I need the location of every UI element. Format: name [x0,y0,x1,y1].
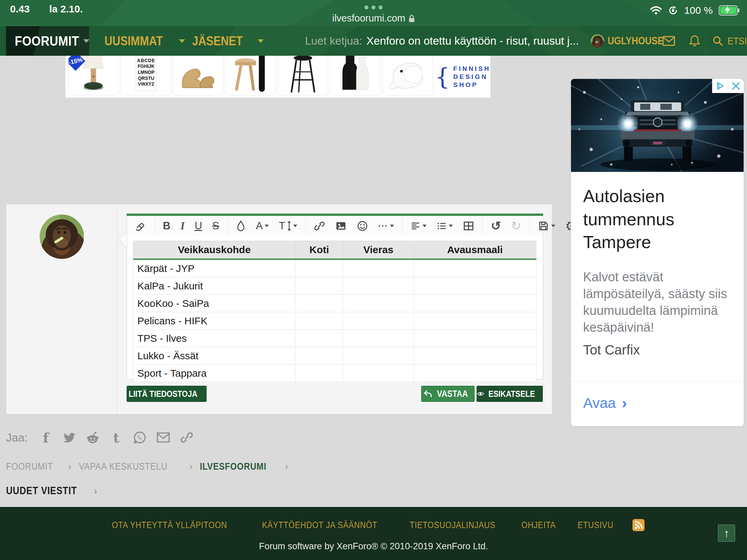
redo-button[interactable]: ↻ [511,220,521,232]
ad-product-elephant-figurine[interactable] [383,56,433,96]
text-color-button[interactable] [236,220,246,232]
empty-cell[interactable] [414,312,536,330]
inbox-envelope-icon[interactable] [662,36,675,46]
empty-cell[interactable] [295,259,343,277]
match-cell[interactable]: KalPa - Jukurit [133,277,295,295]
ad-product-bar-stool[interactable] [278,56,328,96]
empty-cell[interactable] [414,330,536,347]
insert-smilie-button[interactable] [357,220,368,232]
nav-item-uusimmat[interactable]: UUSIMMAT [104,26,185,56]
whatsapp-icon[interactable] [133,431,147,444]
empty-cell[interactable] [343,277,414,295]
ad-cta-button[interactable]: Avaa › [583,394,627,412]
current-thread-link[interactable]: Luet ketjua: Xenforo on otettu käyttöön … [305,26,579,56]
breadcrumb-item-ilvesfoorumi[interactable]: ILVESFOORUMI [200,461,266,472]
share-link-icon[interactable] [180,431,194,444]
alerts-bell-icon[interactable] [689,35,700,47]
footer-link-help[interactable]: OHJEITA [522,520,556,530]
adchoices-icon[interactable] [712,79,728,93]
ad-truck-image[interactable] [571,79,744,172]
user-avatar[interactable] [591,34,604,48]
breadcrumb-item-vapaa-keskustelu[interactable]: VAPAA KESKUSTELU [79,461,168,472]
more-options-button[interactable]: ··· [378,221,394,230]
reply-button[interactable]: VASTAA [421,386,474,402]
svg-text:QRSTU: QRSTU [138,76,154,81]
attach-files-button[interactable]: LIITÄ TIEDOSTOJA [127,386,207,402]
footer-link-privacy[interactable]: TIETOSUOJALINJAUS [410,520,495,530]
breadcrumb-item-foorumit[interactable]: FOORUMIT [6,461,53,472]
nav-tab-foorumit[interactable]: FOORUMIT [6,26,89,56]
italic-button[interactable]: I [180,220,184,231]
alignment-button[interactable] [410,221,427,231]
empty-cell[interactable] [295,295,343,312]
footer-link-terms[interactable]: KÄYTTÖEHDOT JA SÄÄNNÖT [262,520,378,530]
empty-cell[interactable] [414,259,536,277]
footer-link-home[interactable]: ETUSIVU [578,520,614,530]
match-cell[interactable]: Kärpät - JYP [133,259,295,277]
preview-button[interactable]: ESIKATSELE [476,386,543,402]
ad-headline[interactable]: Autolasien tummennus Tampere [583,185,731,254]
empty-cell[interactable] [414,295,536,312]
empty-cell[interactable] [343,330,414,347]
rss-icon[interactable] [633,519,645,531]
tumblr-icon[interactable]: t [109,431,123,444]
match-cell[interactable]: Sport - Tappara [133,365,295,382]
empty-cell[interactable] [343,347,414,365]
list-button[interactable] [437,221,453,231]
username-link[interactable]: UGLYHOUSE [608,35,663,47]
ad-product-wooden-stool[interactable] [225,56,276,96]
column-header[interactable]: Vieras [343,241,414,260]
empty-cell[interactable] [343,259,414,277]
facebook-icon[interactable]: f [39,431,52,444]
column-header[interactable]: Avausmaali [414,241,536,260]
empty-cell[interactable] [295,312,343,330]
banner-ad[interactable]: -15% ABCDE FGHIJK LMNOP QRSTU VWXYZ [66,56,490,98]
reddit-icon[interactable] [86,431,99,444]
nav-item-jasenet[interactable]: JÄSENET [192,26,264,56]
avatar[interactable] [40,215,84,259]
undo-button[interactable]: ↺ [491,220,501,232]
match-cell[interactable]: KooKoo - SaiPa [133,295,295,312]
footer-link-contact[interactable]: OTA YHTEYTTÄ YLLÄPITOON [112,520,227,530]
copyright-text[interactable]: Forum software by XenForo® © 2010-2019 X… [0,541,747,552]
empty-cell[interactable] [295,330,343,347]
email-icon[interactable] [156,431,170,444]
insert-table-button[interactable] [463,220,474,232]
ad-close-icon[interactable] [728,79,744,93]
empty-cell[interactable] [343,295,414,312]
insert-image-button[interactable] [335,220,346,232]
scroll-to-top-button[interactable]: ↑ [718,525,735,542]
bold-button[interactable]: B [163,220,170,231]
match-cell[interactable]: Pelicans - HIFK [133,312,295,330]
ad-body-text: Kalvot estävät lämpösäteilyä, säästy sii… [583,269,730,336]
twitter-icon[interactable] [62,431,76,444]
finnish-design-shop-logo[interactable]: { FINNISH DESIGN SHOP [435,56,489,98]
ad-product-pepper-grinders[interactable] [330,56,381,96]
remove-format-button[interactable] [135,220,147,232]
empty-cell[interactable] [343,312,414,330]
drafts-button[interactable] [538,220,555,232]
column-header[interactable]: Veikkauskohde [133,241,295,260]
insert-link-button[interactable] [314,220,325,232]
match-cell[interactable]: TPS - Ilves [133,330,295,347]
empty-cell[interactable] [343,365,414,382]
empty-cell[interactable] [414,365,536,382]
ad-product-alphabet-poster[interactable]: ABCDE FGHIJK LMNOP QRSTU VWXYZ [121,56,171,96]
match-cell[interactable]: Lukko - Ässät [133,347,295,365]
editor-content-area[interactable]: Veikkauskohde Koti Vieras Avausmaali Kär… [127,236,543,379]
ad-product-rattan-chairs[interactable] [173,56,223,96]
font-size-button[interactable]: T [279,220,297,231]
font-family-button[interactable]: A [256,220,269,231]
search-button[interactable]: ETSI [712,26,747,56]
column-header[interactable]: Koti [295,241,343,260]
empty-cell[interactable] [295,365,343,382]
empty-cell[interactable] [414,277,536,295]
ad-product-table-lamp[interactable]: -15% [68,56,119,96]
address-bar[interactable]: ilvesfoorumi.com [332,13,415,24]
underline-button[interactable]: U [195,220,202,231]
new-posts-link[interactable]: UUDET VIESTIT › [6,485,97,497]
empty-cell[interactable] [295,277,343,295]
strikethrough-button[interactable]: S [212,220,219,231]
empty-cell[interactable] [295,347,343,365]
empty-cell[interactable] [414,347,536,365]
